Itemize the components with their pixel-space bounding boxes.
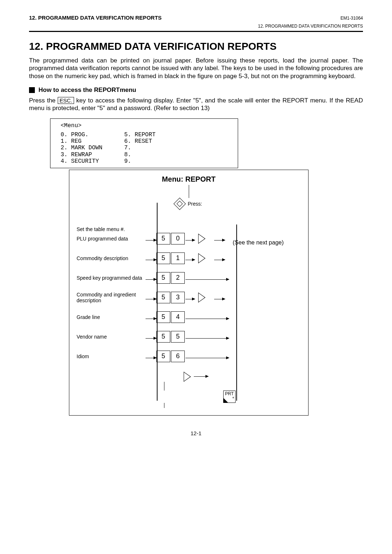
tri-label: v [186,374,188,379]
menu-item-8: 8. [124,151,155,158]
doc-number: EM1-31064 [340,16,363,21]
tri-icon: v [184,372,191,382]
flow-arrow [185,240,195,240]
flow-arrow [185,299,195,299]
menu-item-7: 7. [124,145,155,151]
digit-key: 6 [171,351,185,362]
digit-key: 4 [171,311,185,323]
header-rule [29,31,363,32]
digit-key: 5 [156,292,170,303]
digit-key: 5 [171,331,185,343]
page-footer: 12-1 [29,430,363,436]
flow-arrow [194,376,208,377]
row-label: Grade line [77,311,146,323]
digit-key: 2 [171,272,185,284]
flow-line [146,358,156,358]
menu-item-2: 2. MARK DOWN [61,145,102,151]
row-label: Idiom [77,351,146,362]
set-table-note: Set the table menu #. [77,226,146,232]
access-text-a: Press the [29,97,58,104]
row-label: Commodity description [77,252,146,264]
digit-key: 5 [156,272,170,284]
flow-line [146,299,156,299]
esc-key: ESC. [58,97,74,104]
flow-line [146,338,156,339]
digit-key: 5 [156,331,170,343]
flow-title: Menu: REPORT [77,175,301,183]
flow-line [146,260,156,260]
intro-paragraph: The programmed data can be printed on jo… [29,57,363,80]
digit-key: 5 [156,233,170,244]
menu-item-0: 0. PROG. [61,132,102,138]
prt-top-label: PRT [224,392,235,396]
digit-key: 1 [171,252,185,264]
tri-label: u [200,236,203,241]
digit-key: 0 [171,233,185,244]
press-label: Press: [188,201,202,207]
flow-line [189,185,189,198]
tri-label: u [200,295,203,300]
square-bullet-icon [29,87,35,93]
flow-arrow [185,260,195,260]
row-label: Commodity and ingredient description [77,292,146,303]
tri-icon: u [198,234,205,244]
tri-icon: u [198,292,205,303]
subheading: How to access the REPORTmenu [38,86,136,94]
section-header-left: 12. PROGRAMMED DATA VERIFICATION REPORTS [29,15,162,21]
flow-spine [157,203,158,401]
flowchart-box: Menu: REPORT Press: Set the table menu #… [69,170,309,416]
flow-line [146,319,156,319]
page-title: 12. PROGRAMMED DATA VERIFICATION REPORTS [29,41,363,52]
access-text-b: key to access the following display. Ent… [29,97,363,112]
digit-key: 5 [156,351,170,362]
flow-arrow [214,299,225,299]
tri-icon: u [198,253,205,263]
menu-item-1: 1. REG [61,138,102,145]
flow-line [146,279,156,280]
menu-left-col: 0. PROG. 1. REG 2. MARK DOWN 3. REWRAP 4… [61,132,102,165]
menu-item-6: 6. RESET [124,138,155,145]
row-label: Speed key programmed data [77,272,146,284]
digit-key: 5 [156,252,170,264]
flow-line [164,403,164,408]
menu-item-4: 4. SECURITY [61,158,102,165]
digit-key: 5 [156,311,170,323]
flow-arrow [185,358,229,358]
flow-arrow [185,279,229,280]
row-label: Vendor name [77,331,146,343]
menu-right-col: 5. REPORT 6. RESET 7. 8. 9. [124,132,155,165]
access-paragraph: Press the ESC. key to access the followi… [29,97,363,112]
menu-title: <Menu> [61,122,228,129]
diamond-icon [173,198,186,210]
flow-line [164,382,164,391]
flow-arrow [185,338,229,339]
flow-branch-spine [236,225,237,401]
flow-arrow [214,260,225,260]
menu-display-box: <Menu> 0. PROG. 1. REG 2. MARK DOWN 3. R… [50,118,238,168]
prt-bottom-label: * [224,396,235,401]
prt-key: PRT * [223,391,236,403]
menu-item-3: 3. REWRAP [61,151,102,158]
row-label: PLU programmed data [77,233,146,244]
tri-label: u [200,255,203,260]
menu-item-5: 5. REPORT [124,132,155,138]
flow-arrow [214,240,225,240]
flow-arrow [185,319,229,319]
digit-key: 3 [171,292,185,303]
flow-line [146,240,156,240]
breadcrumb: 12. PROGRAMMED DATA VERIFICATION REPORTS [29,24,363,29]
menu-item-9: 9. [124,158,155,165]
